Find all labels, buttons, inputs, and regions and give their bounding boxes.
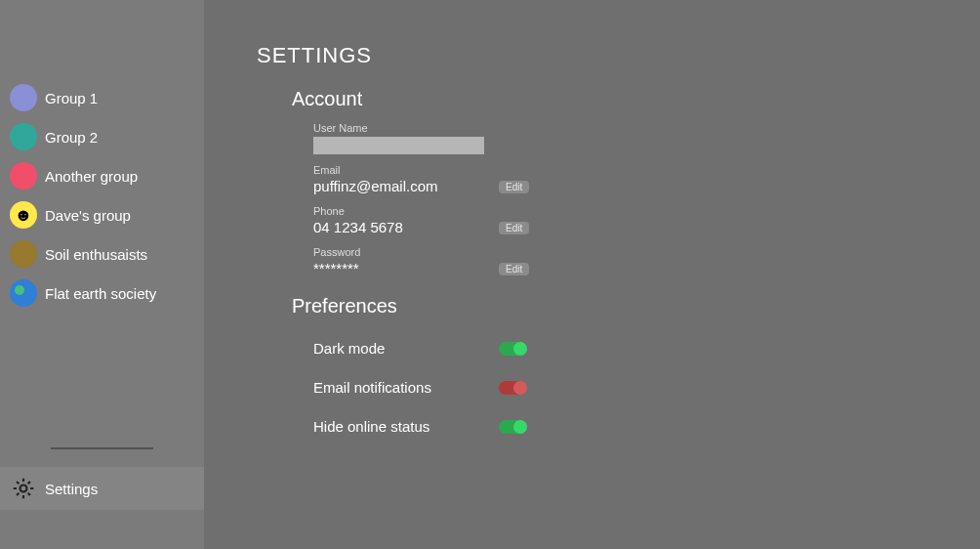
edit-password-button[interactable]: Edit bbox=[499, 263, 529, 275]
edit-phone-button[interactable]: Edit bbox=[499, 222, 529, 234]
preferences-list: Dark modeEmail notificationsHide online … bbox=[292, 329, 980, 446]
username-input[interactable] bbox=[313, 137, 484, 154]
account-fields: User Name Email puffinz@email.com Edit P… bbox=[292, 122, 980, 277]
group-list: Group 1Group 2Another group☻Dave's group… bbox=[0, 78, 204, 447]
preference-toggle[interactable] bbox=[499, 381, 526, 395]
sidebar-group-item[interactable]: Soil enthusaists bbox=[10, 234, 194, 274]
preference-row: Email notifications bbox=[313, 368, 980, 407]
sidebar-group-item[interactable]: Group 2 bbox=[10, 117, 194, 156]
group-label: Flat earth society bbox=[45, 285, 156, 302]
group-avatar bbox=[10, 279, 37, 307]
phone-field: Phone 04 1234 5678 Edit bbox=[313, 205, 523, 236]
group-label: Group 2 bbox=[45, 129, 98, 146]
toggle-knob bbox=[513, 342, 527, 356]
sidebar-group-item[interactable]: Another group bbox=[10, 156, 194, 195]
group-label: Another group bbox=[45, 168, 138, 185]
email-value: puffinz@email.com bbox=[313, 178, 438, 194]
phone-label: Phone bbox=[313, 205, 523, 217]
sidebar-group-item[interactable]: Flat earth society bbox=[10, 274, 194, 313]
page-title: SETTINGS bbox=[257, 43, 980, 68]
email-field: Email puffinz@email.com Edit bbox=[313, 164, 523, 195]
group-avatar bbox=[10, 123, 37, 150]
group-label: Dave's group bbox=[45, 207, 131, 224]
preference-toggle[interactable] bbox=[499, 342, 526, 356]
preference-row: Dark mode bbox=[313, 329, 980, 368]
password-value: ******** bbox=[313, 260, 359, 276]
group-avatar bbox=[10, 84, 37, 111]
account-section: Account User Name Email puffinz@email.co… bbox=[257, 88, 980, 277]
gear-icon bbox=[10, 475, 37, 502]
account-heading: Account bbox=[292, 88, 980, 110]
username-field: User Name bbox=[313, 122, 523, 154]
sidebar-group-item[interactable]: Group 1 bbox=[10, 78, 194, 117]
preferences-heading: Preferences bbox=[292, 295, 980, 317]
group-avatar bbox=[10, 240, 37, 268]
group-label: Group 1 bbox=[45, 90, 98, 106]
email-label: Email bbox=[313, 164, 523, 176]
preferences-section: Preferences Dark modeEmail notifications… bbox=[257, 295, 980, 446]
group-avatar: ☻ bbox=[10, 201, 37, 229]
edit-email-button[interactable]: Edit bbox=[499, 181, 529, 193]
preference-toggle[interactable] bbox=[499, 420, 526, 434]
sidebar: Group 1Group 2Another group☻Dave's group… bbox=[0, 0, 204, 549]
sidebar-bottom: Settings bbox=[0, 447, 204, 549]
sidebar-divider bbox=[51, 447, 153, 449]
main: SETTINGS Account User Name Email puffinz… bbox=[204, 0, 980, 549]
password-label: Password bbox=[313, 246, 523, 258]
sidebar-item-settings[interactable]: Settings bbox=[0, 467, 204, 510]
password-field: Password ******** Edit bbox=[313, 246, 523, 277]
settings-label: Settings bbox=[45, 481, 98, 497]
username-label: User Name bbox=[313, 122, 523, 134]
preference-label: Email notifications bbox=[313, 379, 499, 396]
toggle-knob bbox=[513, 420, 527, 434]
group-avatar bbox=[10, 162, 37, 190]
phone-value: 04 1234 5678 bbox=[313, 219, 403, 235]
preference-label: Hide online status bbox=[313, 418, 499, 435]
sidebar-group-item[interactable]: ☻Dave's group bbox=[10, 195, 194, 234]
group-label: Soil enthusaists bbox=[45, 246, 147, 263]
svg-point-0 bbox=[20, 486, 27, 492]
preference-label: Dark mode bbox=[313, 340, 499, 357]
toggle-knob bbox=[513, 381, 527, 395]
preference-row: Hide online status bbox=[313, 407, 980, 446]
